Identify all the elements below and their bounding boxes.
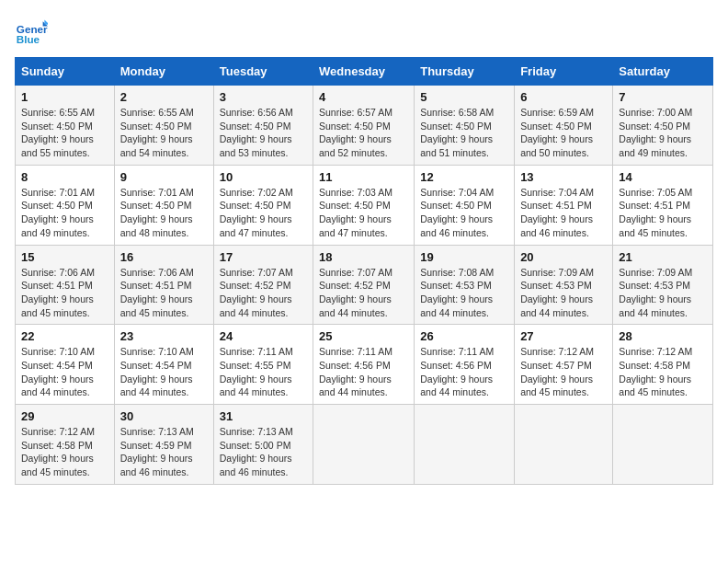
logo-icon: General Blue bbox=[15, 15, 48, 48]
day-cell-12: 12 Sunrise: 7:04 AMSunset: 4:50 PMDaylig… bbox=[415, 165, 515, 245]
day-info: Sunrise: 7:10 AMSunset: 4:54 PMDaylight:… bbox=[120, 345, 208, 399]
day-cell-11: 11 Sunrise: 7:03 AMSunset: 4:50 PMDaylig… bbox=[313, 165, 415, 245]
day-info: Sunrise: 7:00 AMSunset: 4:50 PMDaylight:… bbox=[619, 106, 707, 160]
day-info: Sunrise: 7:09 AMSunset: 4:53 PMDaylight:… bbox=[619, 266, 707, 320]
day-cell-29: 29 Sunrise: 7:12 AMSunset: 4:58 PMDaylig… bbox=[16, 405, 115, 485]
day-info: Sunrise: 7:10 AMSunset: 4:54 PMDaylight:… bbox=[21, 345, 108, 399]
day-cell-8: 8 Sunrise: 7:01 AMSunset: 4:50 PMDayligh… bbox=[16, 165, 115, 245]
day-number: 24 bbox=[220, 329, 307, 343]
day-number: 22 bbox=[21, 329, 108, 343]
day-cell-13: 13 Sunrise: 7:04 AMSunset: 4:51 PMDaylig… bbox=[515, 165, 613, 245]
day-info: Sunrise: 7:05 AMSunset: 4:51 PMDaylight:… bbox=[619, 186, 707, 240]
day-number: 18 bbox=[319, 250, 408, 264]
day-info: Sunrise: 7:07 AMSunset: 4:52 PMDaylight:… bbox=[319, 266, 408, 320]
day-number: 27 bbox=[520, 329, 607, 343]
empty-cell bbox=[313, 405, 415, 485]
empty-cell bbox=[415, 405, 515, 485]
day-info: Sunrise: 7:04 AMSunset: 4:51 PMDaylight:… bbox=[520, 186, 607, 240]
day-cell-18: 18 Sunrise: 7:07 AMSunset: 4:52 PMDaylig… bbox=[313, 245, 415, 325]
day-number: 17 bbox=[220, 250, 307, 264]
day-info: Sunrise: 6:55 AMSunset: 4:50 PMDaylight:… bbox=[120, 106, 208, 160]
day-number: 20 bbox=[520, 250, 607, 264]
day-info: Sunrise: 7:13 AMSunset: 4:59 PMDaylight:… bbox=[120, 425, 208, 479]
day-number: 3 bbox=[220, 90, 307, 104]
day-number: 29 bbox=[21, 409, 108, 423]
day-info: Sunrise: 7:01 AMSunset: 4:50 PMDaylight:… bbox=[21, 186, 108, 240]
empty-cell bbox=[613, 405, 713, 485]
col-header-tuesday: Tuesday bbox=[213, 58, 313, 86]
day-cell-5: 5 Sunrise: 6:58 AMSunset: 4:50 PMDayligh… bbox=[415, 86, 515, 166]
day-number: 19 bbox=[420, 250, 508, 264]
day-number: 16 bbox=[120, 250, 208, 264]
day-number: 14 bbox=[619, 170, 707, 184]
day-number: 31 bbox=[220, 409, 307, 423]
day-number: 1 bbox=[21, 90, 108, 104]
day-number: 10 bbox=[220, 170, 307, 184]
empty-cell bbox=[515, 405, 613, 485]
col-header-friday: Friday bbox=[515, 58, 613, 86]
day-number: 5 bbox=[420, 90, 508, 104]
day-cell-2: 2 Sunrise: 6:55 AMSunset: 4:50 PMDayligh… bbox=[114, 86, 213, 166]
day-cell-19: 19 Sunrise: 7:08 AMSunset: 4:53 PMDaylig… bbox=[415, 245, 515, 325]
svg-text:Blue: Blue bbox=[17, 33, 40, 45]
day-number: 8 bbox=[21, 170, 108, 184]
day-cell-23: 23 Sunrise: 7:10 AMSunset: 4:54 PMDaylig… bbox=[114, 325, 213, 405]
day-info: Sunrise: 7:11 AMSunset: 4:56 PMDaylight:… bbox=[319, 345, 408, 399]
day-cell-20: 20 Sunrise: 7:09 AMSunset: 4:53 PMDaylig… bbox=[515, 245, 613, 325]
day-info: Sunrise: 7:03 AMSunset: 4:50 PMDaylight:… bbox=[319, 186, 408, 240]
day-cell-25: 25 Sunrise: 7:11 AMSunset: 4:56 PMDaylig… bbox=[313, 325, 415, 405]
day-cell-28: 28 Sunrise: 7:12 AMSunset: 4:58 PMDaylig… bbox=[613, 325, 713, 405]
day-info: Sunrise: 7:06 AMSunset: 4:51 PMDaylight:… bbox=[120, 266, 208, 320]
day-info: Sunrise: 7:11 AMSunset: 4:55 PMDaylight:… bbox=[220, 345, 307, 399]
day-number: 21 bbox=[619, 250, 707, 264]
day-number: 13 bbox=[520, 170, 607, 184]
day-number: 23 bbox=[120, 329, 208, 343]
day-info: Sunrise: 7:13 AMSunset: 5:00 PMDaylight:… bbox=[220, 425, 307, 479]
col-header-sunday: Sunday bbox=[16, 58, 115, 86]
day-info: Sunrise: 7:07 AMSunset: 4:52 PMDaylight:… bbox=[220, 266, 307, 320]
day-cell-31: 31 Sunrise: 7:13 AMSunset: 5:00 PMDaylig… bbox=[213, 405, 313, 485]
day-info: Sunrise: 7:06 AMSunset: 4:51 PMDaylight:… bbox=[21, 266, 108, 320]
day-number: 4 bbox=[319, 90, 408, 104]
col-header-monday: Monday bbox=[114, 58, 213, 86]
page-header: General Blue bbox=[15, 15, 713, 48]
day-info: Sunrise: 6:58 AMSunset: 4:50 PMDaylight:… bbox=[420, 106, 508, 160]
day-info: Sunrise: 7:12 AMSunset: 4:58 PMDaylight:… bbox=[21, 425, 108, 479]
day-info: Sunrise: 7:12 AMSunset: 4:58 PMDaylight:… bbox=[619, 345, 707, 399]
day-info: Sunrise: 6:57 AMSunset: 4:50 PMDaylight:… bbox=[319, 106, 408, 160]
day-number: 7 bbox=[619, 90, 707, 104]
day-cell-16: 16 Sunrise: 7:06 AMSunset: 4:51 PMDaylig… bbox=[114, 245, 213, 325]
day-cell-30: 30 Sunrise: 7:13 AMSunset: 4:59 PMDaylig… bbox=[114, 405, 213, 485]
logo: General Blue bbox=[15, 15, 51, 48]
day-cell-14: 14 Sunrise: 7:05 AMSunset: 4:51 PMDaylig… bbox=[613, 165, 713, 245]
day-info: Sunrise: 6:55 AMSunset: 4:50 PMDaylight:… bbox=[21, 106, 108, 160]
day-cell-9: 9 Sunrise: 7:01 AMSunset: 4:50 PMDayligh… bbox=[114, 165, 213, 245]
day-info: Sunrise: 7:01 AMSunset: 4:50 PMDaylight:… bbox=[120, 186, 208, 240]
day-info: Sunrise: 6:59 AMSunset: 4:50 PMDaylight:… bbox=[520, 106, 607, 160]
day-info: Sunrise: 7:02 AMSunset: 4:50 PMDaylight:… bbox=[220, 186, 307, 240]
day-info: Sunrise: 7:11 AMSunset: 4:56 PMDaylight:… bbox=[420, 345, 508, 399]
day-cell-6: 6 Sunrise: 6:59 AMSunset: 4:50 PMDayligh… bbox=[515, 86, 613, 166]
day-info: Sunrise: 7:08 AMSunset: 4:53 PMDaylight:… bbox=[420, 266, 508, 320]
day-number: 28 bbox=[619, 329, 707, 343]
day-cell-7: 7 Sunrise: 7:00 AMSunset: 4:50 PMDayligh… bbox=[613, 86, 713, 166]
day-number: 9 bbox=[120, 170, 208, 184]
day-cell-21: 21 Sunrise: 7:09 AMSunset: 4:53 PMDaylig… bbox=[613, 245, 713, 325]
day-info: Sunrise: 7:04 AMSunset: 4:50 PMDaylight:… bbox=[420, 186, 508, 240]
day-number: 2 bbox=[120, 90, 208, 104]
day-number: 11 bbox=[319, 170, 408, 184]
day-cell-17: 17 Sunrise: 7:07 AMSunset: 4:52 PMDaylig… bbox=[213, 245, 313, 325]
day-cell-3: 3 Sunrise: 6:56 AMSunset: 4:50 PMDayligh… bbox=[213, 86, 313, 166]
day-cell-26: 26 Sunrise: 7:11 AMSunset: 4:56 PMDaylig… bbox=[415, 325, 515, 405]
day-cell-4: 4 Sunrise: 6:57 AMSunset: 4:50 PMDayligh… bbox=[313, 86, 415, 166]
day-info: Sunrise: 7:12 AMSunset: 4:57 PMDaylight:… bbox=[520, 345, 607, 399]
col-header-wednesday: Wednesday bbox=[313, 58, 415, 86]
day-info: Sunrise: 6:56 AMSunset: 4:50 PMDaylight:… bbox=[220, 106, 307, 160]
col-header-thursday: Thursday bbox=[415, 58, 515, 86]
day-number: 30 bbox=[120, 409, 208, 423]
day-info: Sunrise: 7:09 AMSunset: 4:53 PMDaylight:… bbox=[520, 266, 607, 320]
day-number: 15 bbox=[21, 250, 108, 264]
calendar-table: SundayMondayTuesdayWednesdayThursdayFrid… bbox=[15, 57, 713, 485]
day-number: 26 bbox=[420, 329, 508, 343]
day-cell-1: 1 Sunrise: 6:55 AMSunset: 4:50 PMDayligh… bbox=[16, 86, 115, 166]
